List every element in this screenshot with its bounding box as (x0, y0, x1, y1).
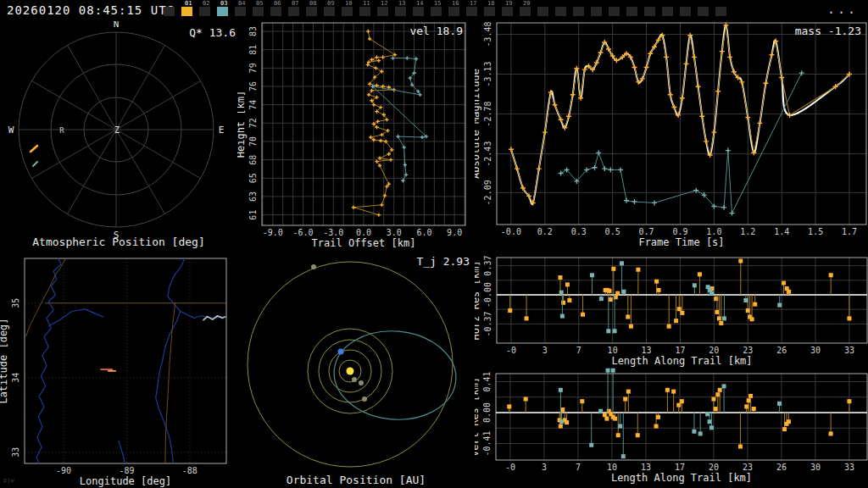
frame-thumbnail[interactable] (680, 1, 691, 16)
y-axis-label: Height [km] (237, 91, 247, 158)
tick-label: -2.78 (483, 102, 492, 127)
frame-thumbnail[interactable] (573, 1, 584, 16)
compass-east: E (219, 125, 225, 136)
frame-thumbnail-06[interactable]: 06 (270, 1, 281, 16)
planet-dot (362, 396, 367, 402)
tick-label: 61 (248, 210, 258, 220)
frame-thumbnail-20[interactable]: 20 (520, 1, 531, 16)
atmospheric-caption: Atmospheric Position [deg] (32, 236, 205, 248)
frame-image[interactable] (484, 7, 495, 16)
frame-image[interactable] (377, 7, 388, 16)
frame-image[interactable] (573, 7, 584, 16)
frame-thumbnail-19[interactable]: 19 (502, 1, 513, 16)
frame-image[interactable] (181, 7, 192, 16)
planet-dot (359, 380, 364, 385)
radiant-label: R (59, 126, 64, 135)
frame-image[interactable] (555, 7, 566, 16)
frame-thumbnail[interactable] (537, 1, 548, 16)
y-axis-label: Absolute Magnitude (475, 69, 481, 179)
tick-label: 26 (776, 463, 787, 472)
frame-image[interactable] (644, 7, 655, 16)
frame-image[interactable] (520, 7, 531, 16)
tick-label: 13 (642, 346, 652, 355)
frame-image[interactable] (288, 7, 299, 16)
frame-number: 20 (523, 1, 531, 7)
frame-image[interactable] (680, 7, 691, 16)
tick-label: 3 (542, 346, 548, 355)
frame-image[interactable] (609, 7, 620, 16)
frame-thumbnail-04[interactable]: 04 (235, 1, 246, 16)
frame-thumbnail-10[interactable]: 10 (342, 1, 353, 16)
frame-image[interactable] (235, 7, 246, 16)
frame-thumbnail-09[interactable]: 09 (324, 1, 335, 16)
frame-image[interactable] (662, 7, 673, 16)
frame-number (719, 1, 726, 7)
frame-thumbnail-17[interactable]: 17 (466, 1, 477, 16)
frame-image[interactable] (715, 7, 726, 16)
frame-number: 15 (434, 1, 442, 7)
frame-image[interactable] (502, 7, 513, 16)
frame-image[interactable] (698, 7, 709, 16)
tick-label: 3 (542, 463, 547, 472)
tick-label: 76 (248, 81, 258, 92)
frame-image[interactable] (466, 7, 477, 16)
frame-thumbnail-02[interactable]: 02 (199, 1, 210, 16)
tick-label: 0.00 (482, 402, 492, 423)
frame-thumbnail[interactable] (164, 1, 175, 16)
frame-image[interactable] (253, 7, 264, 16)
frame-thumbnail-05[interactable]: 05 (253, 1, 264, 16)
jupiter-orbit (248, 262, 453, 467)
frame-thumbnail-16[interactable]: 16 (448, 1, 459, 16)
residuals-charts: -03710131720232630330.37-0.00-0.37Length… (475, 250, 868, 488)
frame-thumbnail-08[interactable]: 08 (306, 1, 317, 16)
frame-image[interactable] (431, 7, 442, 16)
tick-label: 1.5 (808, 227, 823, 236)
frame-image[interactable] (199, 7, 210, 16)
frame-thumbnail-12[interactable]: 12 (377, 1, 388, 16)
river (119, 441, 125, 463)
frame-image[interactable] (591, 7, 602, 16)
frame-thumbnail[interactable] (555, 1, 566, 16)
frame-thumbnail-14[interactable]: 14 (413, 1, 424, 16)
frame-image[interactable] (537, 7, 548, 16)
frame-thumbnail-11[interactable]: 11 (359, 1, 370, 16)
tick-label: -90 (56, 466, 71, 475)
frame-image[interactable] (164, 7, 175, 16)
overflow-menu-icon[interactable]: ... (827, 2, 858, 17)
frame-thumbnail-01[interactable]: 01 (181, 1, 192, 16)
frame-thumbnail[interactable] (698, 1, 709, 16)
frame-thumbnail[interactable] (609, 1, 620, 16)
frame-thumbnail[interactable] (644, 1, 655, 16)
frame-thumbnail[interactable] (591, 1, 602, 16)
frame-thumbnail[interactable] (662, 1, 673, 16)
frame-image[interactable] (626, 7, 637, 16)
frame-image[interactable] (395, 7, 406, 16)
tick-label: 79 (248, 63, 258, 73)
frame-image[interactable] (342, 7, 353, 16)
frame-thumbnail-13[interactable]: 13 (395, 1, 406, 16)
frame-thumbnail-03[interactable]: 03 (217, 1, 228, 16)
frame-image[interactable] (324, 7, 335, 16)
frame-image[interactable] (306, 7, 317, 16)
frame-image[interactable] (448, 7, 459, 16)
tick-label: -88 (182, 466, 198, 475)
frame-thumbnail-18[interactable]: 18 (484, 1, 495, 16)
frame-thumbnail[interactable] (715, 1, 726, 16)
frame-image[interactable] (359, 7, 370, 16)
frame-number (576, 1, 584, 7)
frame-thumbnail-07[interactable]: 07 (288, 1, 299, 16)
frame-number (665, 1, 673, 7)
plot-frame (497, 23, 866, 225)
frame-number: 18 (487, 1, 495, 7)
frame-image[interactable] (270, 7, 281, 16)
tick-label: 20 (709, 346, 719, 355)
tick-label: 17 (675, 346, 685, 355)
axis-labels: -03710131720232630330.410.00-0.41Length … (475, 371, 854, 484)
tick-label: 1.7 (842, 227, 857, 236)
frame-thumbnail-15[interactable]: 15 (431, 1, 442, 16)
frame-thumbnail[interactable] (626, 1, 637, 16)
tick-label: -0.00 (483, 282, 492, 308)
frame-image[interactable] (413, 7, 424, 16)
frame-image[interactable] (217, 7, 228, 16)
tick-label: 74 (248, 100, 258, 110)
